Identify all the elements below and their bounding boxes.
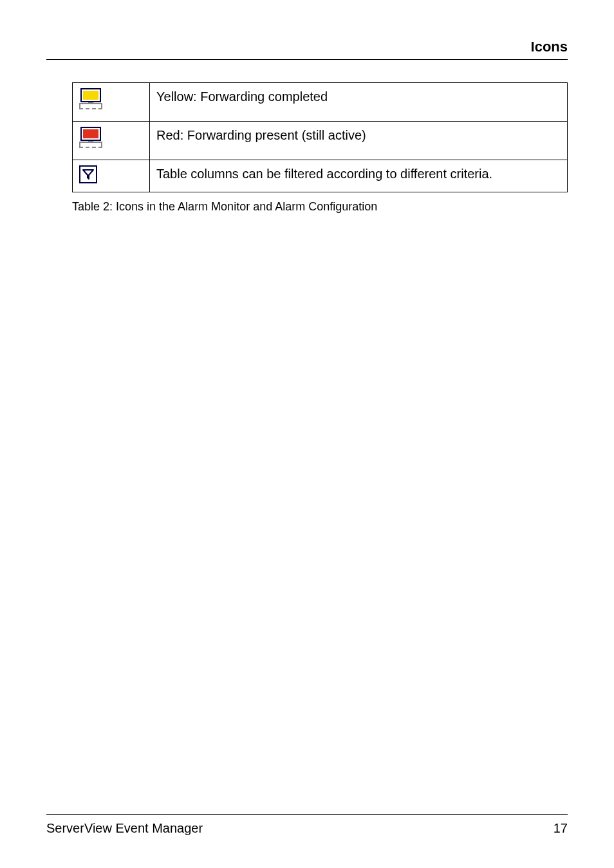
icon-cell (73, 122, 150, 160)
icon-cell (73, 83, 150, 122)
forwarding-active-icon (79, 127, 105, 151)
table-row: Red: Forwarding present (still active) (73, 122, 568, 160)
icon-description: Yellow: Forwarding completed (150, 83, 568, 122)
page-footer: ServerView Event Manager 17 (46, 814, 568, 836)
footer-page-number: 17 (554, 821, 568, 836)
icon-description: Red: Forwarding present (still active) (150, 122, 568, 160)
table-row: Yellow: Forwarding completed (73, 83, 568, 122)
icons-table: Yellow: Forwarding completed (72, 82, 568, 192)
filter-icon (79, 165, 97, 183)
table-caption: Table 2: Icons in the Alarm Monitor and … (72, 200, 568, 214)
icon-description: Table columns can be filtered according … (150, 160, 568, 192)
page-header: Icons (46, 39, 568, 60)
table-row: Table columns can be filtered according … (73, 160, 568, 192)
footer-left: ServerView Event Manager (46, 821, 203, 836)
icon-cell (73, 160, 150, 192)
forwarding-completed-icon (79, 88, 105, 113)
header-title: Icons (531, 39, 568, 55)
